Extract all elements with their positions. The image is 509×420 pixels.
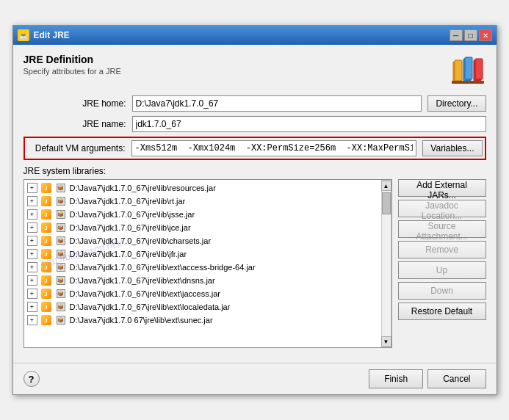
dialog-subtitle: Specify attributes for a JRE	[24, 67, 121, 76]
list-item[interactable]: +J📦D:\Java7\jdk1.7.0_67\jre\lib\ext\loca…	[26, 300, 380, 314]
close-button[interactable]: ✕	[479, 29, 492, 41]
vm-args-input[interactable]	[131, 140, 417, 156]
lib-type-icon: 📦	[55, 314, 67, 326]
buttons-panel: Add External JARs... Javadoc Location...…	[398, 179, 486, 348]
vm-args-label: Default VM arguments:	[27, 143, 126, 153]
svg-rect-1	[455, 60, 462, 81]
vm-args-row: Default VM arguments: Variables...	[24, 137, 486, 160]
expand-icon[interactable]: +	[27, 315, 37, 325]
lib-path-text: D:\Java7\jdk1.7.0 67\jre\lib\ext\sunec.j…	[70, 316, 213, 325]
lib-path-text: D:\Java7\jdk1.7.0_67\jre\lib\jsse.jar	[70, 210, 195, 219]
jar-icon: J	[40, 222, 52, 233]
list-item[interactable]: +J📦D:\Java7\jdk1.7.0 67\jre\lib\ext\sune…	[26, 314, 380, 327]
jar-icon: J	[40, 209, 52, 220]
restore-default-button[interactable]: Restore Default	[398, 303, 486, 320]
header-text: JRE Definition Specify attributes for a …	[24, 54, 121, 76]
lib-path-text: D:\Java7\jdk1.7.0_67\jre\lib\charsets.ja…	[70, 236, 212, 245]
expand-icon[interactable]: +	[27, 222, 37, 233]
jre-home-input[interactable]	[132, 95, 422, 112]
javadoc-location-button[interactable]: Javadoc Location...	[398, 200, 486, 217]
lib-type-icon: 📦	[55, 209, 67, 220]
maximize-button[interactable]: □	[464, 29, 477, 41]
jar-icon: J	[40, 288, 52, 300]
lib-type-icon: 📦	[55, 261, 67, 273]
dialog-content: JRE Definition Specify attributes for a …	[13, 45, 497, 357]
lib-type-icon: 📦	[55, 182, 67, 194]
jre-name-input[interactable]	[132, 116, 486, 132]
window-title: Edit JRE	[34, 30, 70, 40]
titlebar-left: ☕ Edit JRE	[18, 29, 70, 41]
list-item[interactable]: +J📦D:\Java7\jdk1.7.0_67\jre\lib\jfr.jar	[26, 247, 380, 261]
help-button[interactable]: ?	[24, 371, 40, 387]
directory-button[interactable]: Directory...	[427, 95, 485, 112]
lib-type-icon: 📦	[55, 275, 67, 286]
scroll-thumb[interactable]	[382, 192, 391, 214]
expand-icon[interactable]: +	[27, 262, 37, 272]
footer-buttons: Finish Cancel	[369, 369, 485, 388]
jre-name-label: JRE name:	[24, 119, 126, 129]
jre-home-label: JRE home:	[24, 98, 126, 109]
header-icon	[450, 54, 486, 87]
lib-path-text: D:\Java7\jdk1.7.0_67\jre\lib\resources.j…	[70, 184, 216, 192]
lib-path-text: D:\Java7\jdk1.7.0_67\jre\lib\ext\dnsns.j…	[70, 276, 215, 285]
lib-type-icon: 📦	[55, 288, 67, 300]
jar-icon: J	[40, 235, 52, 247]
up-button[interactable]: Up	[398, 261, 486, 279]
edit-jre-dialog: ☕ Edit JRE ─ □ ✕ JRE Definition Specify …	[12, 25, 497, 395]
list-item[interactable]: +J📦D:\Java7\jdk1.7.0_67\jre\lib\ext\dnsn…	[26, 274, 380, 287]
expand-icon[interactable]: +	[27, 302, 37, 312]
header-section: JRE Definition Specify attributes for a …	[24, 54, 486, 87]
expand-icon[interactable]: +	[27, 236, 37, 246]
lib-type-icon: 📦	[55, 301, 67, 313]
list-item[interactable]: +J📦D:\Java7\jdk1.7.0_67\jre\lib\charsets…	[26, 234, 380, 247]
lib-type-icon: 📦	[55, 248, 67, 260]
expand-icon[interactable]: +	[27, 249, 37, 259]
libraries-list-wrapper: http://blog.csdn.net/ +J📦D:\Java7\jdk1.7…	[24, 179, 392, 348]
jar-icon: J	[40, 314, 52, 326]
expand-icon[interactable]: +	[27, 289, 37, 299]
jre-name-row: JRE name:	[24, 116, 486, 132]
titlebar-icon: ☕	[18, 29, 29, 41]
books-icon	[452, 56, 484, 85]
lib-type-icon: 📦	[55, 222, 67, 233]
minimize-button[interactable]: ─	[450, 29, 463, 41]
list-item[interactable]: +J📦D:\Java7\jdk1.7.0_67\jre\lib\ext\jacc…	[26, 287, 380, 300]
expand-icon[interactable]: +	[27, 183, 37, 193]
lib-path-text: D:\Java7\jdk1.7.0_67\jre\lib\ext\access-…	[70, 263, 256, 272]
list-item[interactable]: +J📦D:\Java7\jdk1.7.0_67\jre\lib\ext\acce…	[26, 261, 380, 274]
expand-icon[interactable]: +	[27, 209, 37, 220]
jar-icon: J	[40, 195, 52, 207]
source-attachment-button[interactable]: Source Attachment...	[398, 220, 486, 238]
expand-icon[interactable]: +	[27, 196, 37, 206]
jar-icon: J	[40, 301, 52, 313]
libraries-list[interactable]: http://blog.csdn.net/ +J📦D:\Java7\jdk1.7…	[24, 180, 381, 347]
footer: ? Finish Cancel	[13, 363, 497, 394]
list-item[interactable]: +J📦D:\Java7\jdk1.7.0_67\jre\lib\resource…	[26, 181, 380, 195]
cancel-button[interactable]: Cancel	[427, 369, 485, 388]
lib-type-icon: 📦	[55, 235, 67, 247]
svg-rect-6	[452, 81, 484, 84]
list-item[interactable]: +J📦D:\Java7\jdk1.7.0_67\jre\lib\jce.jar	[26, 221, 380, 234]
jar-icon: J	[40, 248, 52, 260]
libraries-section: http://blog.csdn.net/ +J📦D:\Java7\jdk1.7…	[24, 179, 486, 348]
lib-path-text: D:\Java7\jdk1.7.0_67\jre\lib\jce.jar	[70, 223, 191, 232]
jre-home-row: JRE home: Directory...	[24, 95, 486, 112]
scroll-down-arrow[interactable]: ▼	[381, 336, 391, 347]
add-external-jars-button[interactable]: Add External JARs...	[398, 179, 486, 197]
expand-icon[interactable]: +	[27, 275, 37, 286]
list-item[interactable]: +J📦D:\Java7\jdk1.7.0_67\jre\lib\jsse.jar	[26, 208, 380, 221]
jar-icon: J	[40, 182, 52, 194]
list-item[interactable]: +J📦D:\Java7\jdk1.7.0_67\jre\lib\rt.jar	[26, 195, 380, 208]
lib-path-text: D:\Java7\jdk1.7.0_67\jre\lib\jfr.jar	[70, 250, 187, 258]
down-button[interactable]: Down	[398, 282, 486, 300]
dialog-title: JRE Definition	[24, 54, 121, 65]
scroll-up-arrow[interactable]: ▲	[381, 181, 391, 191]
remove-button[interactable]: Remove	[398, 241, 486, 258]
variables-button[interactable]: Variables...	[422, 140, 482, 156]
finish-button[interactable]: Finish	[369, 369, 423, 388]
jar-icon: J	[40, 261, 52, 273]
titlebar-buttons: ─ □ ✕	[450, 29, 492, 41]
titlebar: ☕ Edit JRE ─ □ ✕	[13, 26, 497, 45]
scrollbar[interactable]: ▲ ▼	[381, 180, 391, 347]
libraries-container: http://blog.csdn.net/ +J📦D:\Java7\jdk1.7…	[24, 179, 392, 348]
